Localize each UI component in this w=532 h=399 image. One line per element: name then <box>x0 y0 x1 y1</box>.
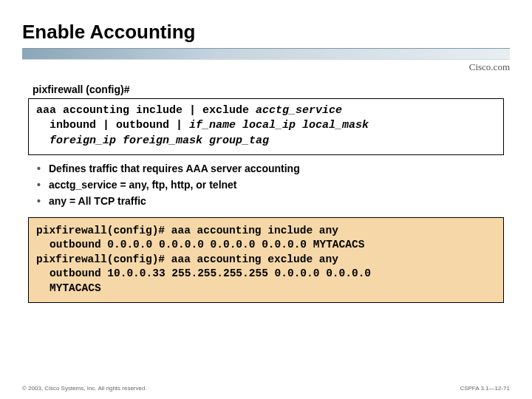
example-line: outbound 0.0.0.0 0.0.0.0 0.0.0.0 0.0.0.0… <box>50 238 496 253</box>
example-line: pixfirewall(config)# aaa accounting incl… <box>36 224 496 239</box>
syntax-box: aaa accounting include | exclude acctg_s… <box>28 98 504 155</box>
syntax-text: inbound | outbound | <box>50 119 189 132</box>
divider-bar <box>22 48 510 60</box>
bullet-list: Defines traffic that requires AAA server… <box>37 163 510 207</box>
example-line: outbound 10.0.0.33 255.255.255.255 0.0.0… <box>50 267 496 282</box>
bullet-item: acctg_service = any, ftp, http, or telne… <box>37 179 510 191</box>
prompt-label: pixfirewall (config)# <box>33 83 510 95</box>
slide: Enable Accounting Cisco.com pixfirewall … <box>0 0 532 303</box>
syntax-param: if_name local_ip local_mask <box>189 119 369 132</box>
syntax-text: aaa accounting include | exclude <box>36 104 256 117</box>
brand-label: Cisco.com <box>22 61 510 73</box>
copyright: © 2003, Cisco Systems, Inc. All rights r… <box>22 385 147 392</box>
syntax-line-2: inbound | outbound | if_name local_ip lo… <box>50 118 496 133</box>
bullet-item: Defines traffic that requires AAA server… <box>37 163 510 174</box>
example-line: pixfirewall(config)# aaa accounting excl… <box>36 253 496 267</box>
example-line: MYTACACS <box>50 282 496 296</box>
page-title: Enable Accounting <box>22 21 510 44</box>
syntax-line-1: aaa accounting include | exclude acctg_s… <box>36 103 496 118</box>
slide-number: CSPFA 3.1—12-71 <box>460 385 510 392</box>
syntax-param: acctg_service <box>256 104 342 117</box>
syntax-line-3: foreign_ip foreign_mask group_tag <box>50 134 496 149</box>
bullet-item: any = All TCP traffic <box>37 195 510 207</box>
example-box: pixfirewall(config)# aaa accounting incl… <box>28 217 504 303</box>
footer: © 2003, Cisco Systems, Inc. All rights r… <box>22 385 510 392</box>
